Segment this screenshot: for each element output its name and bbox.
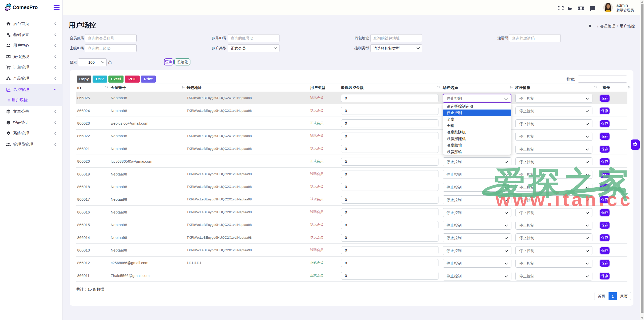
svg-text:1: 1 <box>580 7 582 10</box>
